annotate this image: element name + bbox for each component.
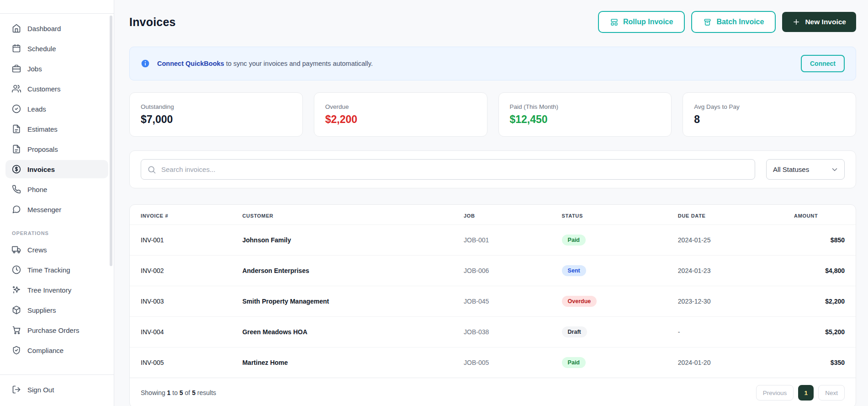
table-row[interactable]: INV-003 Smith Property Management JOB-04… [130,286,856,317]
job-cell: JOB-001 [453,225,551,256]
chat-icon [12,205,21,214]
check-circle-icon [12,104,21,113]
sidebar-item-estimates[interactable]: Estimates [5,120,108,138]
customer-cell: Smith Property Management [231,286,453,317]
sidebar-item-proposals[interactable]: Proposals [5,140,108,158]
log-out-icon [12,385,21,394]
stat-card-avg-days: Avg Days to Pay 8 [683,92,856,137]
shield-check-icon [12,346,21,355]
sparkles-icon [12,285,21,294]
table-row[interactable]: INV-004 Green Meadows HOA JOB-038 Draft … [130,317,856,347]
header-actions: Rollup Invoice Batch Invoice New Invoice [598,11,856,33]
sidebar: Dashboard Schedule Jobs Customers Leads … [0,0,114,406]
amount-cell: $350 [783,347,856,378]
next-page-button[interactable]: Next [818,385,845,401]
stat-value: $12,450 [510,113,661,126]
sidebar-item-tree-inventory[interactable]: Tree Inventory [5,281,108,299]
sidebar-top-divider [0,0,114,14]
sidebar-item-schedule[interactable]: Schedule [5,39,108,58]
briefcase-icon [12,64,21,73]
sidebar-item-compliance[interactable]: Compliance [5,341,108,359]
sidebar-item-crews[interactable]: Crews [5,240,108,259]
sidebar-item-customers[interactable]: Customers [5,80,108,98]
banner-rest-text: to sync your invoices and payments autom… [226,60,373,67]
sidebar-item-suppliers[interactable]: Suppliers [5,301,108,319]
sidebar-scrollbar[interactable] [110,16,112,266]
job-cell: JOB-006 [453,256,551,286]
sidebar-item-label: Jobs [27,65,42,73]
sidebar-item-label: Phone [27,186,47,193]
stat-label: Avg Days to Pay [694,103,845,110]
stat-card-outstanding: Outstanding $7,000 [129,92,303,137]
sidebar-item-leads[interactable]: Leads [5,100,108,118]
invoice-number-cell: INV-001 [130,225,231,256]
sign-out-button[interactable]: Sign Out [5,380,108,399]
sidebar-item-label: Leads [27,105,46,113]
sidebar-footer: Sign Out [0,374,114,406]
batch-invoice-label: Batch Invoice [716,18,764,26]
invoice-number-cell: INV-004 [130,317,231,347]
stat-label: Overdue [325,103,476,110]
status-cell: Paid [551,225,667,256]
connect-button[interactable]: Connect [801,55,845,72]
info-icon [141,59,150,68]
page-title: Invoices [129,16,176,29]
sidebar-item-time-tracking[interactable]: Time Tracking [5,261,108,279]
sidebar-item-phone[interactable]: Phone [5,180,108,198]
status-filter-value: All Statuses [773,166,809,173]
status-cell: Draft [551,317,667,347]
previous-page-button[interactable]: Previous [756,385,794,401]
column-header-due-date: DUE DATE [667,205,783,225]
sidebar-item-label: Customers [27,85,61,93]
phone-icon [12,185,21,194]
customer-cell: Johnson Family [231,225,453,256]
table-row[interactable]: INV-001 Johnson Family JOB-001 Paid 2024… [130,225,856,256]
job-cell: JOB-038 [453,317,551,347]
table-row[interactable]: INV-002 Anderson Enterprises JOB-006 Sen… [130,256,856,286]
due-date-cell: 2023-12-30 [667,286,783,317]
document-icon [12,124,21,134]
status-filter-select[interactable]: All Statuses [766,159,845,180]
new-invoice-label: New Invoice [805,18,846,26]
sidebar-item-dashboard[interactable]: Dashboard [5,19,108,37]
status-cell: Overdue [551,286,667,317]
column-header-job: JOB [453,205,551,225]
sidebar-item-messenger[interactable]: Messenger [5,200,108,219]
status-badge: Paid [562,235,586,246]
new-invoice-button[interactable]: New Invoice [782,12,856,32]
sidebar-item-label: Estimates [27,125,58,133]
rollup-invoice-button[interactable]: Rollup Invoice [598,11,685,33]
amount-cell: $2,200 [783,286,856,317]
stat-label: Outstanding [141,103,291,110]
sidebar-nav: Dashboard Schedule Jobs Customers Leads … [0,14,114,374]
due-date-cell: 2024-01-20 [667,347,783,378]
page-header: Invoices Rollup Invoice Batch Invoice Ne… [129,11,856,33]
sidebar-item-label: Invoices [27,166,55,173]
sidebar-item-purchase-orders[interactable]: Purchase Orders [5,321,108,339]
sidebar-section-operations: OPERATIONS [12,230,102,236]
stat-value: 8 [694,113,845,126]
sidebar-item-label: Compliance [27,347,64,354]
chevron-down-icon [831,166,839,174]
dollar-circle-icon [12,165,21,174]
invoice-number-cell: INV-002 [130,256,231,286]
stat-card-overdue: Overdue $2,200 [314,92,487,137]
sidebar-item-invoices[interactable]: Invoices [5,160,108,178]
search-input[interactable] [141,159,755,180]
invoice-number-cell: INV-005 [130,347,231,378]
sidebar-item-label: Suppliers [27,306,56,314]
plus-icon [792,18,800,26]
status-badge: Overdue [562,296,597,307]
customer-cell: Green Meadows HOA [231,317,453,347]
package-icon [12,305,21,315]
column-header-invoice: INVOICE # [130,205,231,225]
current-page-button[interactable]: 1 [798,385,814,401]
stat-value: $2,200 [325,113,476,126]
batch-invoice-button[interactable]: Batch Invoice [691,11,776,33]
amount-cell: $4,800 [783,256,856,286]
sidebar-item-jobs[interactable]: Jobs [5,59,108,78]
table-row[interactable]: INV-005 Martinez Home JOB-005 Paid 2024-… [130,347,856,378]
amount-cell: $5,200 [783,317,856,347]
rollup-icon [610,18,619,27]
sidebar-item-label: Schedule [27,45,56,53]
